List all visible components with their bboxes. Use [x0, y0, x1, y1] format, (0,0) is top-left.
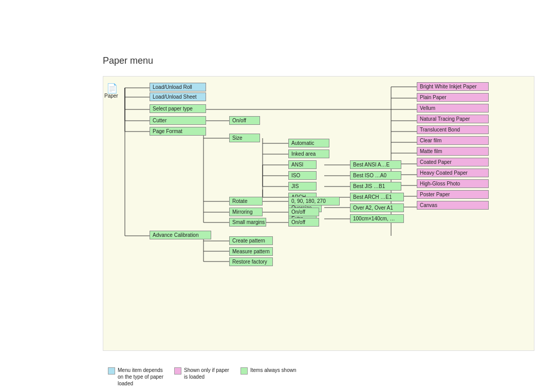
legend-pink-text: Shown only if paper is loaded: [184, 367, 230, 380]
best-arch-node: Best ARCH …E1: [350, 193, 404, 201]
bright-white-node: Bright White Inkjet Paper: [417, 82, 489, 91]
size-node[interactable]: Size: [229, 134, 260, 142]
over-a2-node: Over A2, Over A1: [350, 203, 404, 212]
matte-film-node: Matte film: [417, 147, 489, 156]
on-off-small-margins-node[interactable]: On/off: [288, 218, 319, 227]
poster-paper-node: Poster Paper: [417, 190, 489, 199]
translucent-bond-node: Translucent Bond: [417, 125, 489, 134]
ansi-node[interactable]: ANSI: [288, 160, 317, 169]
legend-green: Items always shown: [240, 367, 296, 375]
measure-pattern-node[interactable]: Measure pattern: [229, 247, 273, 256]
legend-green-text: Items always shown: [250, 367, 296, 374]
automatic-node[interactable]: Automatic: [288, 139, 329, 147]
natural-tracing-node: Natural Tracing Paper: [417, 115, 489, 123]
clear-film-node: Clear film: [417, 136, 489, 145]
create-pattern-node[interactable]: Create pattern: [229, 236, 273, 245]
mirroring-node[interactable]: Mirroring: [229, 208, 263, 216]
best-ansi-node: Best ANSI A…E: [350, 160, 401, 169]
legend-blue-text: Menu item depends on the type of paper l…: [118, 367, 164, 387]
load-unload-roll-node[interactable]: Load/Unload Roll: [150, 83, 206, 91]
legend-blue: Menu item depends on the type of paper l…: [108, 367, 164, 387]
iso-node[interactable]: ISO: [288, 171, 317, 180]
legend-green-box: [240, 367, 248, 375]
diagram-container: 📄 Paper Load/Unload Roll Load/Unload She…: [103, 76, 534, 351]
canvas-node: Canvas: [417, 201, 489, 210]
page-title: Paper menu: [103, 55, 153, 66]
select-paper-type-node[interactable]: Select paper type: [150, 104, 206, 113]
inked-area-node[interactable]: Inked area: [288, 150, 329, 158]
on-off-mirroring-node[interactable]: On/off: [288, 208, 319, 216]
legend: Menu item depends on the type of paper l…: [108, 367, 296, 387]
paper-label: Paper: [104, 93, 118, 99]
paper-icon: 📄: [106, 83, 118, 94]
on-off-cutter-node[interactable]: On/off: [229, 116, 260, 125]
advance-calibration-node[interactable]: Advance Calibration: [150, 231, 211, 239]
legend-blue-box: [108, 367, 115, 375]
vellum-node: Vellum: [417, 104, 489, 113]
page-format-node[interactable]: Page Format: [150, 127, 206, 136]
rotate-vals-node: 0, 90, 180, 270: [288, 197, 340, 206]
rotate-node[interactable]: Rotate: [229, 197, 263, 206]
legend-pink: Shown only if paper is loaded: [174, 367, 230, 380]
coated-paper-node: Coated Paper: [417, 158, 489, 166]
load-unload-sheet-node[interactable]: Load/Unload Sheet: [150, 92, 206, 101]
cutter-node[interactable]: Cutter: [150, 116, 206, 125]
plain-paper-node: Plain Paper: [417, 93, 489, 102]
restore-factory-node[interactable]: Restore factory: [229, 257, 273, 266]
best-iso-node: Best ISO …A0: [350, 171, 401, 180]
best-jis-node: Best JIS …B1: [350, 182, 401, 191]
legend-pink-box: [174, 367, 181, 375]
extra-vals-node: 100cm×140cm, …: [350, 214, 404, 223]
heavy-coated-node: Heavy Coated Paper: [417, 169, 489, 177]
jis-node[interactable]: JIS: [288, 182, 317, 191]
small-margins-node[interactable]: Small margins: [229, 218, 266, 227]
high-gloss-node: High-Gloss Photo: [417, 179, 489, 188]
